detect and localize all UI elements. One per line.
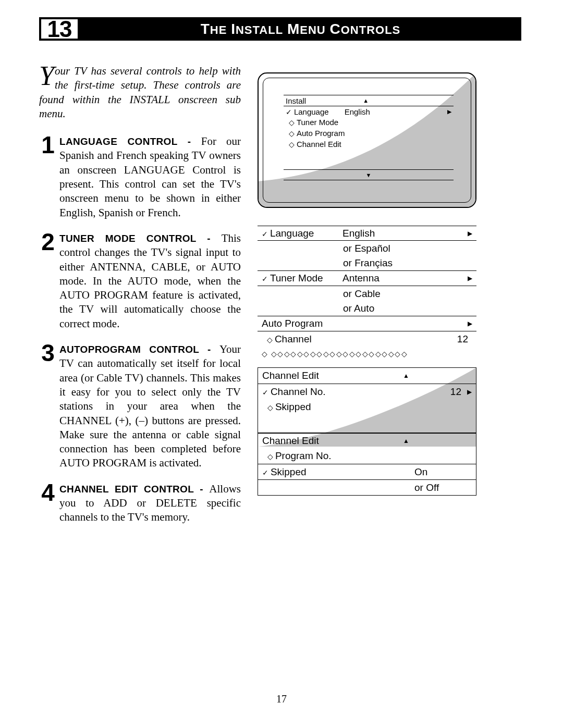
step-title: CHANNEL EDIT CONTROL - (59, 484, 209, 495)
page-number: 17 (0, 693, 563, 705)
dropcap: Y (39, 65, 55, 88)
right-column: Install▲ LanguageEnglish▶ Tuner Mode Aut… (258, 64, 476, 536)
tvmenu-row-label: Tuner Mode (289, 118, 338, 127)
step-title: AUTOPROGRAM CONTROL - (59, 344, 219, 355)
tuner-alt: or Cable (343, 288, 381, 300)
chedit1-title: Channel Edit (262, 370, 319, 381)
step-3: 3 AUTOPROGRAM CONTROL - Your TV can auto… (39, 342, 241, 471)
step-title: TUNER MODE CONTROL - (59, 233, 222, 244)
chedit1-row-label: Skipped (267, 401, 311, 413)
step-number: 4 (39, 482, 57, 525)
tvmenu-row-label: Auto Program (289, 129, 345, 138)
diamond-progress-row: ◇ ◇◇◇◇◇◇◇◇◇◇◇◇◇◇◇◇◇◇◇◇◇ (258, 347, 476, 363)
step-1: 1 LANGUAGE CONTROL - For our Spanish and… (39, 134, 241, 220)
channel-label: Channel (262, 334, 312, 345)
up-arrow-icon: ▲ (403, 437, 409, 445)
chedit2-alt: or Off (414, 482, 472, 493)
chedit2-row-value: On (414, 466, 472, 478)
left-column: Your TV has several controls to help wit… (39, 64, 241, 536)
tvmenu-row-value: English (345, 107, 370, 116)
down-arrow-icon: ▼ (366, 172, 372, 178)
up-arrow-icon: ▲ (403, 372, 409, 379)
chedit2-title: Channel Edit (262, 435, 319, 447)
step-body: For our Spanish and French speaking TV o… (59, 135, 241, 218)
right-arrow-icon: ▶ (465, 230, 472, 237)
chedit2-row-label: Skipped (262, 466, 307, 478)
step-number: 2 (39, 231, 57, 331)
section-number-box: 13 (39, 17, 80, 41)
step-number: 3 (39, 342, 57, 471)
language-alt: or Françias (343, 257, 393, 269)
tuner-value: Antenna (342, 273, 465, 284)
right-arrow-icon: ▶ (447, 108, 451, 115)
install-detail-block: Language English ▶ or Español or Françia… (258, 226, 476, 363)
language-alt: or Español (343, 243, 390, 254)
right-arrow-icon: ▶ (465, 320, 472, 327)
up-arrow-icon: ▲ (306, 97, 425, 104)
section-title: THE INSTALL MENU CONTROLS (80, 17, 521, 41)
tv-screen: Install▲ LanguageEnglish▶ Tuner Mode Aut… (258, 72, 476, 208)
intro-text: our TV has several controls to help with… (39, 65, 241, 120)
chedit1-row-label: Channel No. (262, 386, 326, 398)
step-body: This control changes the TV's signal inp… (59, 232, 241, 330)
step-body: Your TV can automatically set itself for… (59, 343, 241, 469)
section-header: 13 THE INSTALL MENU CONTROLS (39, 17, 521, 41)
tuner-alt: or Auto (343, 303, 374, 314)
section-number: 13 (47, 16, 72, 42)
language-value: English (342, 228, 465, 239)
step-number: 1 (39, 134, 57, 220)
step-title: LANGUAGE CONTROL - (59, 136, 201, 147)
right-arrow-icon: ▶ (465, 275, 472, 282)
tuner-label: Tuner Mode (262, 273, 323, 284)
step-4: 4 CHANNEL EDIT CONTROL - Allows you to A… (39, 482, 241, 525)
language-label: Language (262, 228, 314, 239)
intro-paragraph: Your TV has several controls to help wit… (39, 64, 241, 121)
step-2: 2 TUNER MODE CONTROL - This control chan… (39, 231, 241, 331)
right-arrow-icon: ▶ (461, 388, 472, 396)
chedit1-row-value: 12 (450, 386, 461, 398)
channel-value: 12 (441, 334, 472, 345)
tvmenu-title: Install (286, 96, 306, 105)
channel-edit-box: Channel Edit ▲ Channel No. 12 ▶ Skipped … (258, 367, 476, 496)
tvmenu-row-label: Channel Edit (289, 140, 341, 149)
tvmenu-row-label: Language (286, 107, 329, 116)
chedit2-row-label: Program No. (267, 450, 332, 462)
autoprogram-label: Auto Program (262, 318, 323, 329)
